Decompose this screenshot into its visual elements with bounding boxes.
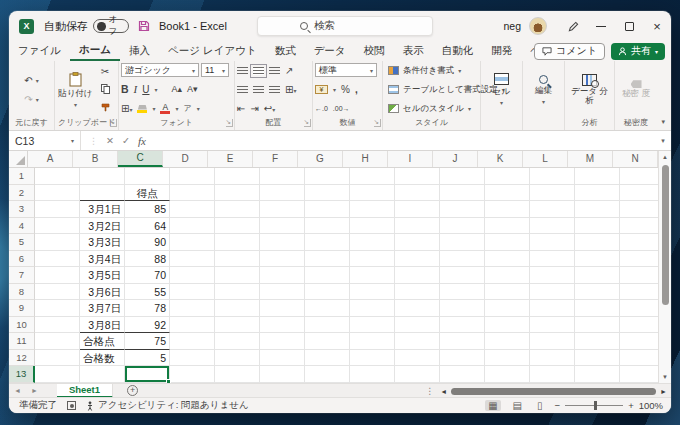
- row-header-2[interactable]: 2: [9, 185, 35, 202]
- sensitivity-button[interactable]: 秘密 度: [617, 63, 655, 116]
- column-header-K[interactable]: K: [478, 151, 523, 167]
- cell-N9[interactable]: [620, 300, 658, 317]
- cell-E1[interactable]: [215, 168, 260, 185]
- row-header-1[interactable]: 1: [9, 168, 35, 185]
- cell-A5[interactable]: [35, 234, 80, 251]
- cell-I6[interactable]: [395, 251, 440, 268]
- cell-N7[interactable]: [620, 267, 658, 284]
- cell-E7[interactable]: [215, 267, 260, 284]
- cell-K12[interactable]: [485, 350, 530, 367]
- cell-F2[interactable]: [260, 185, 305, 202]
- view-normal-button[interactable]: ▦: [485, 400, 500, 411]
- tab-home[interactable]: ホーム: [70, 41, 120, 61]
- cell-G7[interactable]: [305, 267, 350, 284]
- cell-M5[interactable]: [575, 234, 620, 251]
- cell-K9[interactable]: [485, 300, 530, 317]
- cell-C9[interactable]: 78: [125, 300, 170, 317]
- cell-B7[interactable]: 3月5日: [80, 267, 125, 284]
- cell-E8[interactable]: [215, 284, 260, 301]
- cell-J10[interactable]: [440, 317, 485, 334]
- autosave-toggle[interactable]: 自動保存 オフ: [44, 19, 129, 34]
- scroll-left-icon[interactable]: ◄: [440, 388, 447, 395]
- font-size-select[interactable]: 11▾: [201, 63, 229, 77]
- cell-C11[interactable]: 75: [125, 333, 170, 350]
- cell-C12[interactable]: 5: [125, 350, 170, 367]
- column-header-G[interactable]: G: [298, 151, 343, 167]
- cell-G12[interactable]: [305, 350, 350, 367]
- redo-button[interactable]: ↷▾: [24, 92, 38, 107]
- wrap-text-button[interactable]: ↩▾: [264, 103, 275, 114]
- cell-C8[interactable]: 55: [125, 284, 170, 301]
- cell-C4[interactable]: 64: [125, 218, 170, 235]
- cell-M13[interactable]: [575, 366, 620, 383]
- cell-L8[interactable]: [530, 284, 575, 301]
- cell-B10[interactable]: 3月8日: [80, 317, 125, 334]
- column-header-F[interactable]: F: [253, 151, 298, 167]
- cell-K4[interactable]: [485, 218, 530, 235]
- collapse-ribbon-icon[interactable]: ▾: [661, 118, 665, 126]
- cell-E5[interactable]: [215, 234, 260, 251]
- cell-L6[interactable]: [530, 251, 575, 268]
- decrease-font-button[interactable]: A▾: [187, 84, 198, 94]
- font-color-button[interactable]: A: [160, 103, 170, 115]
- column-header-N[interactable]: N: [613, 151, 658, 167]
- cell-J7[interactable]: [440, 267, 485, 284]
- cell-D6[interactable]: [170, 251, 215, 268]
- tab-review[interactable]: 校閲: [355, 41, 394, 61]
- cell-J1[interactable]: [440, 168, 485, 185]
- enter-button[interactable]: ✓: [122, 135, 130, 146]
- cell-F12[interactable]: [260, 350, 305, 367]
- cell-H2[interactable]: [350, 185, 395, 202]
- column-header-M[interactable]: M: [568, 151, 613, 167]
- cell-B5[interactable]: 3月3日: [80, 234, 125, 251]
- row-header-7[interactable]: 7: [9, 267, 35, 284]
- cell-M2[interactable]: [575, 185, 620, 202]
- share-button[interactable]: 共有 ▾: [611, 43, 665, 60]
- cell-H9[interactable]: [350, 300, 395, 317]
- cell-D4[interactable]: [170, 218, 215, 235]
- cell-I3[interactable]: [395, 201, 440, 218]
- cell-I11[interactable]: [395, 333, 440, 350]
- cell-F10[interactable]: [260, 317, 305, 334]
- align-bottom-button[interactable]: [269, 67, 280, 75]
- cell-H3[interactable]: [350, 201, 395, 218]
- cell-A7[interactable]: [35, 267, 80, 284]
- cell-M8[interactable]: [575, 284, 620, 301]
- add-sheet-button[interactable]: +: [127, 385, 138, 396]
- align-top-button[interactable]: [237, 67, 248, 75]
- horizontal-scrollbar[interactable]: ⋮ ◄ ►: [425, 386, 667, 396]
- cell-C5[interactable]: 90: [125, 234, 170, 251]
- cell-L10[interactable]: [530, 317, 575, 334]
- cell-H10[interactable]: [350, 317, 395, 334]
- cell-A4[interactable]: [35, 218, 80, 235]
- column-header-E[interactable]: E: [208, 151, 253, 167]
- row-header-10[interactable]: 10: [9, 317, 35, 334]
- increase-decimal-button[interactable]: ←.0: [315, 105, 328, 112]
- cell-C13[interactable]: [125, 366, 170, 383]
- cell-C7[interactable]: 70: [125, 267, 170, 284]
- percent-button[interactable]: %: [341, 84, 350, 95]
- save-icon[interactable]: [138, 20, 150, 32]
- cell-M1[interactable]: [575, 168, 620, 185]
- cell-F6[interactable]: [260, 251, 305, 268]
- pen-workspace-icon[interactable]: [559, 11, 587, 41]
- cell-K10[interactable]: [485, 317, 530, 334]
- cell-L12[interactable]: [530, 350, 575, 367]
- cancel-button[interactable]: ✕: [106, 135, 114, 146]
- increase-indent-button[interactable]: ⇥: [250, 103, 258, 114]
- cell-L13[interactable]: [530, 366, 575, 383]
- tab-file[interactable]: ファイル: [9, 41, 70, 61]
- cell-M6[interactable]: [575, 251, 620, 268]
- font-dialog-launcher[interactable]: ↘: [226, 119, 233, 128]
- increase-font-button[interactable]: A▴: [172, 84, 183, 94]
- insert-function-button[interactable]: fx: [138, 135, 146, 147]
- user-avatar[interactable]: [529, 17, 547, 35]
- borders-button[interactable]: ⊞▾: [121, 103, 132, 114]
- cell-H1[interactable]: [350, 168, 395, 185]
- cell-A13[interactable]: [35, 366, 80, 383]
- macro-record-button[interactable]: [67, 401, 76, 410]
- tab-view[interactable]: 表示: [394, 41, 433, 61]
- cell-styles-button[interactable]: セルのスタイル▾: [388, 101, 478, 116]
- cell-N11[interactable]: [620, 333, 658, 350]
- underline-button[interactable]: U: [142, 84, 149, 95]
